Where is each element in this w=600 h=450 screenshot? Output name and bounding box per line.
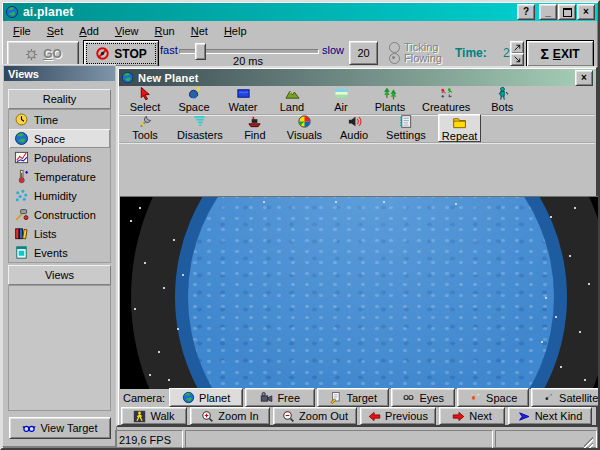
fast-label: fast bbox=[160, 44, 178, 56]
spin-up-icon bbox=[513, 43, 522, 52]
camera-icon bbox=[260, 391, 273, 404]
tool-repeat[interactable]: Repeat bbox=[438, 114, 481, 142]
tool-label: Repeat bbox=[442, 130, 477, 142]
zoom-in-button[interactable]: Zoom In bbox=[190, 407, 270, 425]
menu-run[interactable]: Run bbox=[147, 23, 183, 39]
star bbox=[555, 316, 557, 318]
zoom-out-button[interactable]: Zoom Out bbox=[273, 407, 357, 425]
next-button[interactable]: Next bbox=[439, 407, 505, 425]
sidebar-item-time[interactable]: Time bbox=[9, 110, 110, 129]
tool-settings[interactable]: Settings bbox=[383, 114, 429, 140]
star bbox=[130, 220, 132, 222]
previous-button[interactable]: Previous bbox=[360, 407, 436, 425]
nav-button-label: Zoom In bbox=[218, 410, 258, 422]
sigma-icon: Σ bbox=[540, 46, 548, 62]
menu-help[interactable]: Help bbox=[216, 23, 255, 39]
sidebar-item-populations[interactable]: Populations bbox=[9, 148, 110, 167]
water-icon bbox=[236, 86, 251, 101]
sidebar-item-lists[interactable]: Lists bbox=[9, 224, 110, 243]
reality-list: TimeSpacePopulationsTemperatureHumidityC… bbox=[8, 109, 111, 263]
views-header[interactable]: Views bbox=[8, 265, 111, 285]
walk-icon bbox=[133, 410, 146, 423]
reality-header[interactable]: Reality bbox=[8, 89, 111, 109]
land-icon bbox=[285, 86, 300, 101]
walk-button[interactable]: Walk bbox=[121, 407, 187, 425]
sidebar-item-events[interactable]: Events bbox=[9, 243, 110, 262]
menu-view[interactable]: View bbox=[107, 23, 147, 39]
spin-down-button[interactable] bbox=[510, 53, 524, 66]
tool-creatures[interactable]: Creatures bbox=[419, 86, 473, 112]
globe-icon bbox=[182, 391, 195, 404]
camera-tab-label: Planet bbox=[199, 392, 230, 404]
tool-label: Space bbox=[178, 101, 209, 113]
tool-disasters[interactable]: Disasters bbox=[174, 114, 226, 140]
tool-air[interactable]: Air bbox=[321, 86, 361, 112]
tool-audio[interactable]: Audio bbox=[334, 114, 374, 140]
visuals-icon bbox=[297, 114, 312, 129]
exit-button[interactable]: Σ EXIT bbox=[526, 40, 594, 67]
sidebar-item-space[interactable]: Space bbox=[9, 129, 110, 148]
camera-tab-target[interactable]: Target bbox=[317, 388, 389, 407]
planet-window-icon bbox=[121, 71, 134, 84]
tool-visuals[interactable]: Visuals bbox=[284, 114, 325, 140]
menu-add[interactable]: Add bbox=[71, 23, 107, 39]
star bbox=[588, 283, 590, 285]
tool-select[interactable]: Select bbox=[125, 86, 165, 112]
star bbox=[545, 297, 547, 299]
star bbox=[173, 239, 175, 241]
tool-plants[interactable]: Plants bbox=[370, 86, 410, 112]
star bbox=[560, 366, 562, 368]
planet-viewport[interactable] bbox=[120, 196, 598, 389]
next-kind-button[interactable]: Next Kind bbox=[508, 407, 592, 425]
spin-down-icon bbox=[513, 55, 522, 64]
zoom-in-icon bbox=[201, 410, 214, 423]
star bbox=[584, 379, 586, 381]
select-arrow-icon bbox=[138, 86, 153, 101]
camera-tab-satellite[interactable]: Satellite bbox=[531, 388, 600, 407]
planet-window-titlebar[interactable]: New Planet × bbox=[119, 69, 595, 86]
globe-icon bbox=[14, 131, 29, 146]
menu-file[interactable]: File bbox=[5, 23, 39, 39]
tool-find[interactable]: Find bbox=[235, 114, 275, 140]
planet-globe bbox=[188, 196, 554, 389]
menu-net[interactable]: Net bbox=[183, 23, 216, 39]
tool-label: Land bbox=[280, 101, 304, 113]
title-bar[interactable]: ai.planet ? _ × bbox=[3, 3, 597, 21]
tool-space[interactable]: Space bbox=[174, 86, 214, 112]
main-toolbar: GO STOP fast 20 ms slow 20 Ticking Flowi… bbox=[3, 40, 597, 66]
nav-button-label: Previous bbox=[385, 410, 428, 422]
sidebar-item-construction[interactable]: Construction bbox=[9, 205, 110, 224]
camera-tab-free[interactable]: Free bbox=[245, 388, 315, 407]
planet-window-close-button[interactable]: × bbox=[575, 70, 593, 86]
sidebar-item-temperature[interactable]: Temperature bbox=[9, 167, 110, 186]
tool-land[interactable]: Land bbox=[272, 86, 312, 112]
tool-water[interactable]: Water bbox=[223, 86, 263, 112]
interval-button[interactable]: 20 bbox=[349, 41, 378, 65]
camera-tab-space[interactable]: Space bbox=[457, 388, 529, 407]
views-list-empty bbox=[8, 285, 111, 411]
sidebar-item-label: Construction bbox=[34, 209, 96, 221]
tool-bots[interactable]: Bots bbox=[482, 86, 522, 112]
view-target-button[interactable]: View Target bbox=[9, 417, 111, 439]
help-button[interactable]: ? bbox=[517, 4, 535, 20]
stop-button[interactable]: STOP bbox=[83, 40, 159, 67]
humidity-icon bbox=[14, 188, 29, 203]
camera-tab-eyes[interactable]: Eyes bbox=[391, 388, 455, 407]
star bbox=[139, 207, 141, 209]
maximize-button[interactable] bbox=[558, 4, 576, 20]
sidebar-item-humidity[interactable]: Humidity bbox=[9, 186, 110, 205]
menu-set[interactable]: Set bbox=[39, 23, 72, 39]
minimize-button[interactable]: _ bbox=[539, 4, 557, 20]
camera-tab-planet[interactable]: Planet bbox=[169, 388, 243, 407]
status-cell-right bbox=[495, 430, 597, 450]
resize-grip[interactable] bbox=[581, 437, 593, 449]
lists-icon bbox=[14, 226, 29, 241]
camera-label: Camera: bbox=[123, 392, 165, 404]
star bbox=[144, 262, 146, 264]
radio-flowing: Flowing bbox=[389, 52, 442, 64]
close-button[interactable]: × bbox=[577, 4, 595, 20]
ticking-radio-icon bbox=[389, 42, 400, 53]
new-planet-window: New Planet × SelectSpaceWaterLandAirPlan… bbox=[116, 66, 598, 427]
sidebar-caption: Views bbox=[4, 66, 115, 81]
tool-tools[interactable]: Tools bbox=[125, 114, 165, 140]
